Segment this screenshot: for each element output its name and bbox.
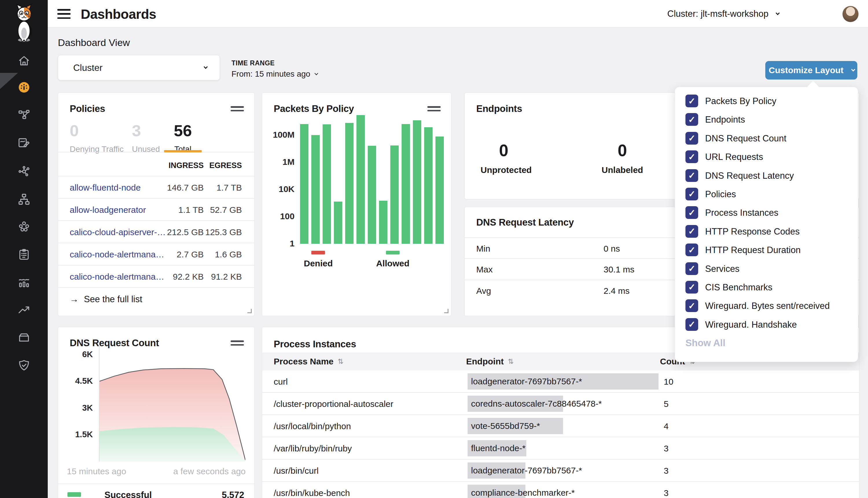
menu-item-dns-request-latency[interactable]: ✓ DNS Request Latency: [675, 166, 858, 185]
process-card-title: Process Instances: [274, 339, 356, 350]
bar: [311, 135, 320, 244]
policy-link[interactable]: calico-node-alertmana…: [70, 250, 164, 259]
sidebar-item-activity[interactable]: [0, 269, 48, 296]
checkbox-checked[interactable]: ✓: [685, 169, 698, 182]
menu-item-services[interactable]: ✓ Services: [675, 259, 858, 278]
legend-label: Allowed: [376, 259, 410, 268]
stat-total[interactable]: 56 Total: [164, 121, 202, 154]
count-value: 3: [664, 444, 669, 454]
menu-item-packets-by-policy[interactable]: ✓ Packets By Policy: [675, 92, 858, 110]
column-header-ingress[interactable]: INGRESS: [168, 161, 204, 170]
endpoints-icon: [17, 193, 31, 206]
avatar[interactable]: [842, 6, 859, 22]
menu-item-endpoints[interactable]: ✓ Endpoints: [675, 110, 858, 129]
menu-item-policies[interactable]: ✓ Policies: [675, 185, 858, 203]
column-header-endpoint[interactable]: Endpoint⇅: [466, 357, 514, 366]
dns-yticks: 6K4.5K3K1.5K: [58, 344, 93, 461]
legend-item-allowed[interactable]: Allowed: [376, 251, 410, 268]
policy-link[interactable]: allow-fluentd-node: [70, 183, 141, 193]
sidebar-item-endpoints[interactable]: [0, 186, 48, 212]
checkbox-checked[interactable]: ✓: [685, 318, 698, 331]
policy-link[interactable]: calico-node-alertmana…: [70, 272, 164, 282]
sidebar-item-home[interactable]: [0, 48, 48, 74]
time-range-value[interactable]: From: 15 minutes ago: [232, 69, 317, 79]
resize-handle[interactable]: [444, 309, 449, 313]
menu-item-wireguard-handshake[interactable]: ✓ Wireguard. Handshake: [675, 315, 858, 334]
stat-unlabeled: 0 Unlabeled: [599, 141, 646, 175]
bar: [357, 115, 365, 244]
column-header-egress[interactable]: EGRESS: [209, 161, 242, 170]
checkbox-checked[interactable]: ✓: [685, 94, 698, 107]
packets-card-title: Packets By Policy: [274, 103, 354, 114]
cluster-selector-label: Cluster: jlt-msft-workshop: [667, 9, 768, 19]
count-value: 5: [664, 399, 669, 409]
table-row: allow-fluentd-node 146.7 GB 1.7 TB: [58, 176, 254, 198]
chevron-down-icon: [204, 65, 208, 69]
drag-handle-icon[interactable]: [231, 106, 244, 112]
policy-link[interactable]: calico-cloud-apiserver-…: [70, 227, 166, 237]
table-row: calico-cloud-apiserver-… 212.5 GB 125.3 …: [58, 220, 254, 243]
active-tab-underline: [164, 150, 202, 153]
latency-min-value: 0 ns: [604, 244, 620, 254]
sidebar-item-dashboards[interactable]: [0, 74, 48, 101]
view-select-value: Cluster: [73, 63, 102, 73]
column-header-process-name[interactable]: Process Name⇅: [274, 357, 344, 366]
legend-item-denied[interactable]: Denied: [304, 251, 333, 268]
count-value: 4: [664, 421, 669, 431]
stat-unused[interactable]: 3 Unused: [132, 121, 160, 154]
sidebar-item-compliance[interactable]: [0, 241, 48, 268]
endpoint-value: coredns-autoscaler-7c88465478-*: [471, 399, 602, 409]
time-range: TIME RANGE From: 15 minutes ago: [232, 59, 317, 79]
see-full-list-link[interactable]: →See the full list: [70, 294, 142, 304]
checkbox-checked[interactable]: ✓: [685, 225, 698, 238]
checkbox-checked[interactable]: ✓: [685, 188, 698, 200]
legend-row-successful[interactable]: Successful 5,572: [58, 484, 254, 498]
checkbox-checked[interactable]: ✓: [685, 206, 698, 219]
menu-item-http-request-duration[interactable]: ✓ HTTP Request Duration: [675, 240, 858, 259]
menu-item-wireguard-bytes[interactable]: ✓ Wireguard. Bytes sent/received: [675, 297, 858, 315]
menu-item-dns-request-count[interactable]: ✓ DNS Request Count: [675, 129, 858, 147]
endpoint-value: fluentd-node-*: [471, 443, 526, 453]
checkbox-checked[interactable]: ✓: [685, 299, 698, 312]
stat-value: 56: [164, 121, 202, 140]
process-name: /usr/bin/kube-bench: [274, 488, 350, 498]
sidebar-item-timeline[interactable]: [0, 297, 48, 323]
process-name: /usr/bin/curl: [274, 466, 319, 476]
stat-value: 0: [599, 141, 646, 160]
sidebar-item-service-graph[interactable]: [0, 102, 48, 128]
checkbox-checked[interactable]: ✓: [685, 132, 698, 145]
endpoint-value: loadgenerator-7697bb7567-*: [471, 377, 582, 386]
menu-caret: [807, 81, 819, 93]
menu-item-http-response-codes[interactable]: ✓ HTTP Response Codes: [675, 222, 858, 240]
checkbox-checked[interactable]: ✓: [685, 150, 698, 163]
y-tick-label: 100M: [262, 130, 295, 140]
checkbox-checked[interactable]: ✓: [685, 244, 698, 256]
x-label-start: 15 minutes ago: [67, 467, 126, 476]
stat-denying-traffic[interactable]: 0 Denying Traffic: [70, 121, 124, 154]
cluster-selector[interactable]: Cluster: jlt-msft-workshop: [667, 7, 778, 21]
endpoints-card-title: Endpoints: [476, 103, 522, 114]
menu-item-process-instances[interactable]: ✓ Process Instances: [675, 203, 858, 222]
drag-handle-icon[interactable]: [427, 106, 441, 112]
bar: [436, 136, 444, 244]
view-select[interactable]: Cluster: [58, 55, 220, 80]
sidebar-item-network-sets[interactable]: [0, 213, 48, 240]
sidebar-item-image-assurance[interactable]: [0, 324, 48, 351]
menu-item-url-requests[interactable]: ✓ URL Requests: [675, 147, 858, 166]
checkbox-checked[interactable]: ✓: [685, 281, 698, 293]
table-row: /usr/local/bin/python vote-5655bd759-* 4: [262, 415, 859, 437]
show-all-link[interactable]: Show All: [685, 338, 725, 349]
customize-layout-button[interactable]: Customize Layout: [765, 61, 857, 80]
process-name: /usr/local/bin/python: [274, 421, 351, 431]
compliance-clipboard-icon: [17, 248, 31, 261]
menu-item-cis-benchmarks[interactable]: ✓ CIS Benchmarks: [675, 278, 858, 297]
sidebar-item-nodes[interactable]: [0, 158, 48, 185]
resize-handle[interactable]: [247, 309, 252, 313]
menu-hamburger-icon[interactable]: [57, 8, 71, 20]
sidebar-item-threat-defense[interactable]: [0, 352, 48, 379]
checkbox-checked[interactable]: ✓: [685, 113, 698, 126]
checkbox-checked[interactable]: ✓: [685, 262, 698, 275]
sidebar-item-policies[interactable]: [0, 130, 48, 156]
policy-link[interactable]: allow-loadgenerator: [70, 205, 146, 215]
chevron-down-icon: [776, 11, 780, 15]
